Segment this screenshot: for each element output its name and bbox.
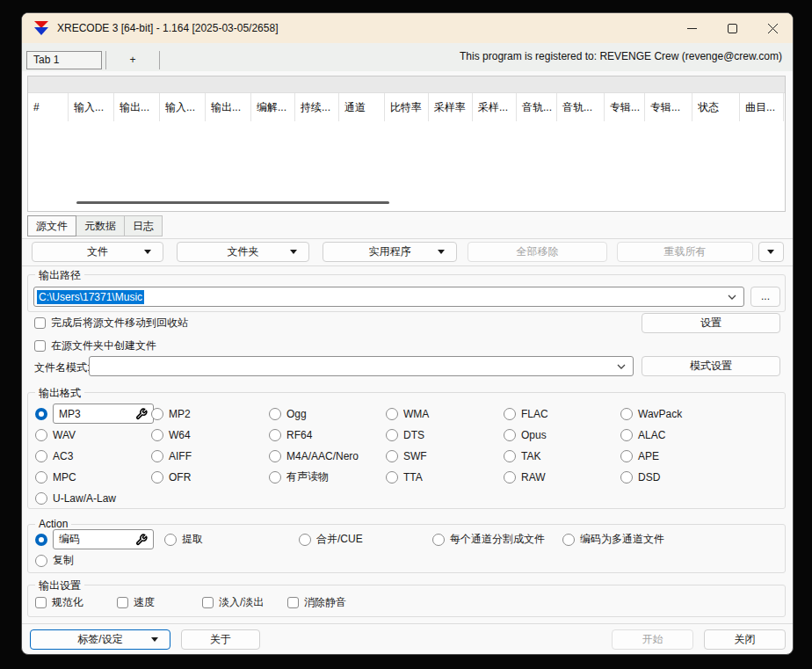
horizontal-scrollbar[interactable]	[76, 201, 389, 204]
column-header-7[interactable]: 通道	[339, 93, 385, 121]
tab-1[interactable]: Tab 1	[26, 51, 102, 69]
format-radio-ac3[interactable]: AC3	[35, 446, 73, 466]
format-radio-wav[interactable]: WAV	[35, 425, 76, 445]
format-radio-mpc[interactable]: MPC	[35, 467, 76, 487]
format-radio-tta[interactable]: TTA	[386, 467, 423, 487]
column-header-2[interactable]: 输出...	[114, 93, 160, 121]
action-radio-cue[interactable]: 合并/CUE	[299, 529, 363, 549]
format-radio-[interactable]: 有声读物	[269, 467, 329, 487]
radio-icon	[35, 471, 47, 484]
column-header-8[interactable]: 比特率	[385, 93, 429, 121]
format-radio-opus[interactable]: Opus	[504, 425, 547, 445]
column-header-12[interactable]: 音轨...	[557, 93, 605, 121]
action-radio-[interactable]: 每个通道分割成文件	[432, 529, 545, 549]
column-header-6[interactable]: 持续...	[295, 93, 339, 121]
format-radio-rf64[interactable]: RF64	[269, 425, 312, 445]
column-header-9[interactable]: 采样率	[429, 93, 473, 121]
maximize-button[interactable]	[712, 13, 752, 43]
close-button[interactable]	[752, 13, 793, 43]
minimize-button[interactable]	[671, 13, 712, 43]
window-title: XRECODE 3 [64-bit] - 1.164 [2025-03-05/2…	[57, 22, 278, 34]
setting-checkbox-[interactable]: 规范化	[35, 593, 83, 613]
settings-button-label: 设置	[700, 316, 721, 329]
radio-icon	[504, 471, 516, 484]
format-radio-wavpack[interactable]: WavPack	[620, 404, 682, 424]
remove-all-button[interactable]: 全部移除	[468, 242, 607, 262]
setting-checkbox-[interactable]: 淡入/淡出	[202, 593, 264, 613]
add-tab-button[interactable]: +	[106, 51, 159, 69]
column-header-4[interactable]: 输出...	[206, 93, 251, 121]
format-radio-flac[interactable]: FLAC	[504, 404, 548, 424]
browse-button[interactable]: ...	[750, 287, 780, 307]
format-radio-tak[interactable]: TAK	[504, 446, 540, 466]
file-button[interactable]: 文件	[32, 242, 163, 262]
tags-settings-button[interactable]: 标签/设定	[30, 629, 170, 650]
action-radio--label: 复制	[53, 553, 74, 568]
format-radio-ofr[interactable]: OFR	[151, 467, 191, 487]
recycle-checkbox[interactable]: 完成后将源文件移动到回收站	[34, 316, 188, 330]
chevron-down-icon[interactable]	[617, 364, 626, 369]
column-header-0[interactable]: #	[28, 93, 69, 121]
file-table[interactable]: #输入...输出...输入...输出...编解...持续...通道比特率采样率采…	[27, 76, 786, 212]
column-header-11[interactable]: 音轨...	[517, 93, 557, 121]
format-radio-aiff[interactable]: AIFF	[151, 446, 192, 466]
action-radio-[interactable]: 编码	[35, 529, 154, 549]
action-radio--label: 编码	[59, 532, 80, 547]
format-radio-dts[interactable]: DTS	[386, 425, 424, 445]
column-header-1[interactable]: 输入...	[69, 93, 114, 121]
column-header-3[interactable]: 输入...	[160, 93, 206, 121]
column-header-15[interactable]: 状态	[692, 93, 740, 121]
view-tab-[interactable]: 元数据	[76, 215, 125, 236]
action-radio-[interactable]: 编码为多通道文件	[562, 529, 664, 549]
about-button[interactable]: 关于	[181, 629, 260, 650]
start-button[interactable]: 开始	[612, 629, 693, 650]
format-radio-mp3-editbox[interactable]: MP3	[53, 404, 154, 424]
format-radio-dsd[interactable]: DSD	[620, 467, 660, 487]
column-header-14[interactable]: 专辑...	[645, 93, 692, 121]
checkbox-icon	[35, 597, 47, 608]
table-top-band	[28, 76, 785, 93]
folder-button[interactable]: 文件夹	[177, 242, 309, 262]
close-dialog-button[interactable]: 关闭	[704, 629, 786, 650]
more-button[interactable]	[758, 242, 784, 262]
action-radio-[interactable]: 复制	[35, 550, 74, 571]
column-header-5[interactable]: 编解...	[251, 93, 295, 121]
action-radio--editbox[interactable]: 编码	[53, 529, 154, 549]
format-radio-mp2[interactable]: MP2	[151, 404, 191, 424]
start-button-label: 开始	[642, 633, 663, 645]
table-body[interactable]	[28, 121, 785, 202]
format-radio-ogg[interactable]: Ogg	[269, 404, 307, 424]
format-radio-alac[interactable]: ALAC	[620, 425, 665, 445]
format-radio-mp3[interactable]: MP3	[35, 404, 154, 424]
view-tab-[interactable]: 日志	[125, 215, 163, 236]
pattern-settings-button[interactable]: 模式设置	[642, 356, 780, 376]
radio-icon	[299, 534, 311, 546]
settings-button[interactable]: 设置	[642, 313, 780, 333]
column-header-16[interactable]: 曲目...	[740, 93, 784, 121]
utilities-button[interactable]: 实用程序	[323, 242, 457, 262]
create-in-source-checkbox[interactable]: 在源文件夹中创建文件	[34, 338, 156, 353]
filename-pattern-combobox[interactable]	[89, 356, 634, 376]
format-radio-u-law-a-law[interactable]: U-Law/A-Law	[35, 488, 116, 508]
window-controls	[671, 13, 793, 43]
setting-checkbox-[interactable]: 消除静音	[287, 593, 346, 613]
chevron-down-icon[interactable]	[728, 295, 736, 300]
format-radio-swf[interactable]: SWF	[386, 446, 427, 466]
setting-checkbox-[interactable]: 速度	[117, 593, 155, 613]
format-radio-wma[interactable]: WMA	[386, 404, 429, 424]
format-radio-raw[interactable]: RAW	[504, 467, 546, 487]
radio-icon	[35, 555, 47, 567]
column-header-13[interactable]: 专辑...	[605, 93, 645, 121]
output-path-combobox[interactable]: C:\Users\17371\Music	[33, 287, 744, 307]
format-radio-tta-label: TTA	[403, 471, 423, 484]
radio-icon	[151, 408, 163, 420]
format-radio-ape[interactable]: APE	[620, 446, 659, 466]
column-header-10[interactable]: 采样...	[473, 93, 517, 121]
reload-all-button[interactable]: 重载所有	[617, 242, 753, 262]
view-tab-[interactable]: 源文件	[27, 215, 76, 236]
format-radio-opus-label: Opus	[521, 429, 547, 441]
format-radio-w64[interactable]: W64	[151, 425, 191, 445]
format-radio-m4a-aac-nero[interactable]: M4A/AAC/Nero	[269, 446, 359, 466]
action-radio-[interactable]: 提取	[164, 529, 203, 549]
format-radio-rf64-label: RF64	[286, 429, 312, 441]
